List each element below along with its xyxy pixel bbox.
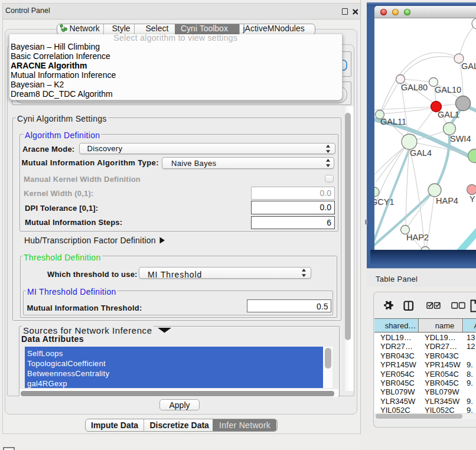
svg-text:GAL10: GAL10 — [435, 85, 461, 94]
svg-text:GAL80: GAL80 — [401, 83, 428, 92]
svg-text:GAL1: GAL1 — [438, 110, 459, 119]
svg-text:GAL11: GAL11 — [380, 117, 406, 126]
svg-text:Y: Y — [470, 194, 475, 204]
svg-text:HAP4: HAP4 — [436, 196, 458, 206]
svg-text:GAL4: GAL4 — [410, 148, 432, 158]
svg-text:GCY1: GCY1 — [374, 197, 395, 207]
svg-text:HAP2: HAP2 — [406, 233, 429, 242]
svg-text:GAL: GAL — [461, 61, 476, 71]
svg-text:SWI4: SWI4 — [450, 134, 471, 144]
